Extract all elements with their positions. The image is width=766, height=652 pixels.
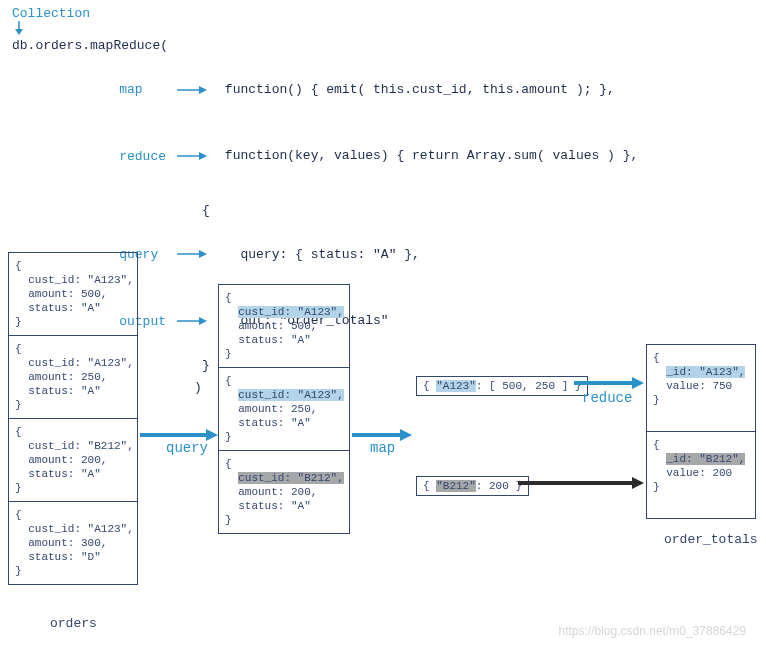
doc-item: { cust_id: "A123", amount: 250, status: … xyxy=(219,368,349,451)
watermark: https://blog.csdn.net/m0_37886429 xyxy=(559,624,746,638)
svg-marker-13 xyxy=(400,429,412,441)
doc-item: { _id: "B212", value: 200 } xyxy=(647,432,755,518)
collection-label: Collection xyxy=(12,6,746,21)
reduce-fn: function(key, values) { return Array.sum… xyxy=(225,149,638,164)
doc-item: { cust_id: "B212", amount: 200, status: … xyxy=(219,451,349,533)
mapped-b212: { "B212": 200 } xyxy=(416,476,529,496)
mapped-a123: { "A123": [ 500, 250 ] } xyxy=(416,376,588,396)
filtered-column: { cust_id: "A123", amount: 500, status: … xyxy=(218,284,350,534)
arrow-passthrough-icon xyxy=(518,476,644,494)
doc-item: { _id: "A123", value: 750 } xyxy=(647,345,755,432)
code-line: db.orders.mapReduce( xyxy=(12,35,746,57)
doc-item: { cust_id: "A123", amount: 250, status: … xyxy=(9,336,137,419)
results-label: order_totals xyxy=(664,532,758,547)
stage-query-label: query xyxy=(166,440,208,456)
orders-label: orders xyxy=(50,616,97,631)
stage-map-label: map xyxy=(370,440,395,456)
code-line-brace-open: { xyxy=(12,200,746,222)
map-fn: function() { emit( this.cust_id, this.am… xyxy=(225,82,615,97)
map-label: map xyxy=(119,79,175,101)
svg-marker-15 xyxy=(632,377,644,389)
code-line-reduce: reduce function(key, values) { return Ar… xyxy=(12,123,746,189)
reduce-label: reduce xyxy=(119,146,175,168)
results-column: { _id: "A123", value: 750 } { _id: "B212… xyxy=(646,344,756,519)
doc-item: { cust_id: "A123", amount: 500, status: … xyxy=(9,253,137,336)
svg-marker-3 xyxy=(199,86,207,94)
doc-item: { cust_id: "A123", amount: 500, status: … xyxy=(219,285,349,368)
code-line-map: map function() { emit( this.cust_id, thi… xyxy=(12,57,746,123)
svg-marker-5 xyxy=(199,152,207,160)
doc-item: { cust_id: "B212", amount: 200, status: … xyxy=(9,419,137,502)
diagram: { cust_id: "A123", amount: 500, status: … xyxy=(6,228,760,646)
stage-reduce-label: reduce xyxy=(582,390,632,406)
doc-item: { cust_id: "A123", amount: 300, status: … xyxy=(9,502,137,584)
svg-marker-17 xyxy=(632,477,644,489)
orders-column: { cust_id: "A123", amount: 500, status: … xyxy=(8,252,138,585)
arrow-right-icon xyxy=(175,79,209,101)
arrow-right-icon xyxy=(175,145,209,167)
arrow-down-icon xyxy=(12,21,746,35)
